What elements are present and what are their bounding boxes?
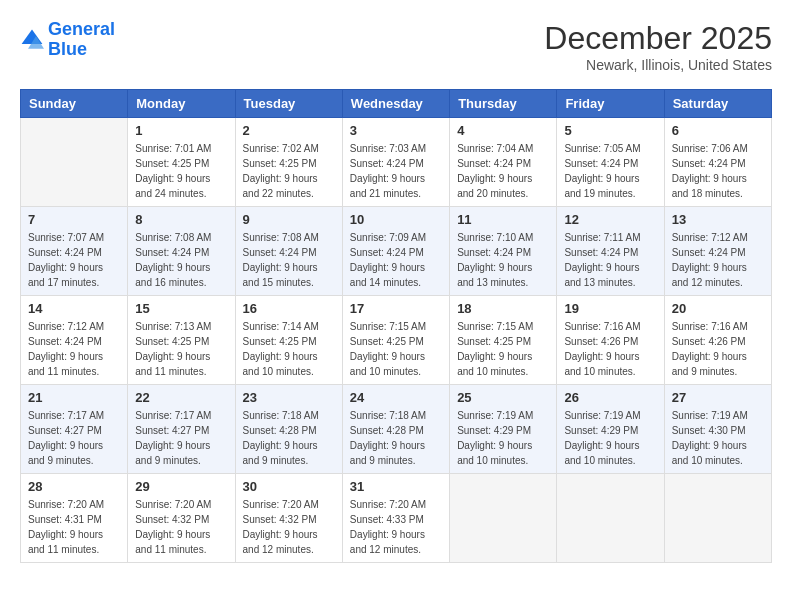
calendar-cell bbox=[557, 474, 664, 563]
day-number: 17 bbox=[350, 301, 442, 316]
calendar-cell: 31Sunrise: 7:20 AM Sunset: 4:33 PM Dayli… bbox=[342, 474, 449, 563]
header-wednesday: Wednesday bbox=[342, 90, 449, 118]
day-number: 5 bbox=[564, 123, 656, 138]
day-number: 15 bbox=[135, 301, 227, 316]
day-number: 18 bbox=[457, 301, 549, 316]
day-info: Sunrise: 7:09 AM Sunset: 4:24 PM Dayligh… bbox=[350, 230, 442, 290]
day-number: 26 bbox=[564, 390, 656, 405]
day-number: 2 bbox=[243, 123, 335, 138]
day-info: Sunrise: 7:19 AM Sunset: 4:29 PM Dayligh… bbox=[564, 408, 656, 468]
day-number: 27 bbox=[672, 390, 764, 405]
header-friday: Friday bbox=[557, 90, 664, 118]
day-info: Sunrise: 7:08 AM Sunset: 4:24 PM Dayligh… bbox=[243, 230, 335, 290]
day-number: 4 bbox=[457, 123, 549, 138]
day-info: Sunrise: 7:05 AM Sunset: 4:24 PM Dayligh… bbox=[564, 141, 656, 201]
day-info: Sunrise: 7:02 AM Sunset: 4:25 PM Dayligh… bbox=[243, 141, 335, 201]
calendar-cell: 14Sunrise: 7:12 AM Sunset: 4:24 PM Dayli… bbox=[21, 296, 128, 385]
header-tuesday: Tuesday bbox=[235, 90, 342, 118]
day-info: Sunrise: 7:01 AM Sunset: 4:25 PM Dayligh… bbox=[135, 141, 227, 201]
calendar-cell: 3Sunrise: 7:03 AM Sunset: 4:24 PM Daylig… bbox=[342, 118, 449, 207]
day-info: Sunrise: 7:08 AM Sunset: 4:24 PM Dayligh… bbox=[135, 230, 227, 290]
calendar-cell: 8Sunrise: 7:08 AM Sunset: 4:24 PM Daylig… bbox=[128, 207, 235, 296]
day-number: 19 bbox=[564, 301, 656, 316]
week-row-3: 21Sunrise: 7:17 AM Sunset: 4:27 PM Dayli… bbox=[21, 385, 772, 474]
calendar-cell: 7Sunrise: 7:07 AM Sunset: 4:24 PM Daylig… bbox=[21, 207, 128, 296]
day-number: 11 bbox=[457, 212, 549, 227]
day-number: 22 bbox=[135, 390, 227, 405]
day-info: Sunrise: 7:17 AM Sunset: 4:27 PM Dayligh… bbox=[28, 408, 120, 468]
day-info: Sunrise: 7:20 AM Sunset: 4:32 PM Dayligh… bbox=[135, 497, 227, 557]
logo-line2: Blue bbox=[48, 39, 87, 59]
day-info: Sunrise: 7:12 AM Sunset: 4:24 PM Dayligh… bbox=[672, 230, 764, 290]
day-number: 1 bbox=[135, 123, 227, 138]
day-number: 13 bbox=[672, 212, 764, 227]
calendar-cell: 4Sunrise: 7:04 AM Sunset: 4:24 PM Daylig… bbox=[450, 118, 557, 207]
week-row-2: 14Sunrise: 7:12 AM Sunset: 4:24 PM Dayli… bbox=[21, 296, 772, 385]
day-number: 28 bbox=[28, 479, 120, 494]
day-number: 16 bbox=[243, 301, 335, 316]
day-info: Sunrise: 7:14 AM Sunset: 4:25 PM Dayligh… bbox=[243, 319, 335, 379]
calendar-cell: 25Sunrise: 7:19 AM Sunset: 4:29 PM Dayli… bbox=[450, 385, 557, 474]
calendar-cell: 28Sunrise: 7:20 AM Sunset: 4:31 PM Dayli… bbox=[21, 474, 128, 563]
calendar-cell: 20Sunrise: 7:16 AM Sunset: 4:26 PM Dayli… bbox=[664, 296, 771, 385]
calendar-cell: 11Sunrise: 7:10 AM Sunset: 4:24 PM Dayli… bbox=[450, 207, 557, 296]
calendar-cell: 9Sunrise: 7:08 AM Sunset: 4:24 PM Daylig… bbox=[235, 207, 342, 296]
calendar-cell: 13Sunrise: 7:12 AM Sunset: 4:24 PM Dayli… bbox=[664, 207, 771, 296]
calendar-cell: 17Sunrise: 7:15 AM Sunset: 4:25 PM Dayli… bbox=[342, 296, 449, 385]
day-info: Sunrise: 7:19 AM Sunset: 4:29 PM Dayligh… bbox=[457, 408, 549, 468]
calendar-cell: 26Sunrise: 7:19 AM Sunset: 4:29 PM Dayli… bbox=[557, 385, 664, 474]
logo-icon bbox=[20, 28, 44, 52]
day-info: Sunrise: 7:17 AM Sunset: 4:27 PM Dayligh… bbox=[135, 408, 227, 468]
calendar-cell: 22Sunrise: 7:17 AM Sunset: 4:27 PM Dayli… bbox=[128, 385, 235, 474]
day-number: 21 bbox=[28, 390, 120, 405]
calendar-cell: 21Sunrise: 7:17 AM Sunset: 4:27 PM Dayli… bbox=[21, 385, 128, 474]
calendar-cell: 15Sunrise: 7:13 AM Sunset: 4:25 PM Dayli… bbox=[128, 296, 235, 385]
calendar-cell bbox=[21, 118, 128, 207]
day-info: Sunrise: 7:12 AM Sunset: 4:24 PM Dayligh… bbox=[28, 319, 120, 379]
day-number: 24 bbox=[350, 390, 442, 405]
calendar-cell: 10Sunrise: 7:09 AM Sunset: 4:24 PM Dayli… bbox=[342, 207, 449, 296]
day-number: 9 bbox=[243, 212, 335, 227]
week-row-1: 7Sunrise: 7:07 AM Sunset: 4:24 PM Daylig… bbox=[21, 207, 772, 296]
day-number: 29 bbox=[135, 479, 227, 494]
location-title: Newark, Illinois, United States bbox=[544, 57, 772, 73]
day-info: Sunrise: 7:04 AM Sunset: 4:24 PM Dayligh… bbox=[457, 141, 549, 201]
header-saturday: Saturday bbox=[664, 90, 771, 118]
calendar-cell bbox=[664, 474, 771, 563]
day-number: 3 bbox=[350, 123, 442, 138]
calendar-cell: 12Sunrise: 7:11 AM Sunset: 4:24 PM Dayli… bbox=[557, 207, 664, 296]
day-number: 23 bbox=[243, 390, 335, 405]
week-row-4: 28Sunrise: 7:20 AM Sunset: 4:31 PM Dayli… bbox=[21, 474, 772, 563]
day-info: Sunrise: 7:16 AM Sunset: 4:26 PM Dayligh… bbox=[564, 319, 656, 379]
day-number: 14 bbox=[28, 301, 120, 316]
calendar-cell: 24Sunrise: 7:18 AM Sunset: 4:28 PM Dayli… bbox=[342, 385, 449, 474]
day-info: Sunrise: 7:19 AM Sunset: 4:30 PM Dayligh… bbox=[672, 408, 764, 468]
logo-line1: General bbox=[48, 19, 115, 39]
calendar-cell: 1Sunrise: 7:01 AM Sunset: 4:25 PM Daylig… bbox=[128, 118, 235, 207]
page-header: General Blue December 2025 Newark, Illin… bbox=[20, 20, 772, 73]
day-number: 7 bbox=[28, 212, 120, 227]
day-info: Sunrise: 7:16 AM Sunset: 4:26 PM Dayligh… bbox=[672, 319, 764, 379]
day-info: Sunrise: 7:20 AM Sunset: 4:32 PM Dayligh… bbox=[243, 497, 335, 557]
calendar-cell: 16Sunrise: 7:14 AM Sunset: 4:25 PM Dayli… bbox=[235, 296, 342, 385]
calendar-cell: 23Sunrise: 7:18 AM Sunset: 4:28 PM Dayli… bbox=[235, 385, 342, 474]
title-area: December 2025 Newark, Illinois, United S… bbox=[544, 20, 772, 73]
month-title: December 2025 bbox=[544, 20, 772, 57]
day-info: Sunrise: 7:18 AM Sunset: 4:28 PM Dayligh… bbox=[350, 408, 442, 468]
calendar-cell: 5Sunrise: 7:05 AM Sunset: 4:24 PM Daylig… bbox=[557, 118, 664, 207]
day-info: Sunrise: 7:10 AM Sunset: 4:24 PM Dayligh… bbox=[457, 230, 549, 290]
day-info: Sunrise: 7:06 AM Sunset: 4:24 PM Dayligh… bbox=[672, 141, 764, 201]
calendar-cell bbox=[450, 474, 557, 563]
day-info: Sunrise: 7:13 AM Sunset: 4:25 PM Dayligh… bbox=[135, 319, 227, 379]
day-info: Sunrise: 7:15 AM Sunset: 4:25 PM Dayligh… bbox=[350, 319, 442, 379]
calendar-cell: 6Sunrise: 7:06 AM Sunset: 4:24 PM Daylig… bbox=[664, 118, 771, 207]
calendar-cell: 27Sunrise: 7:19 AM Sunset: 4:30 PM Dayli… bbox=[664, 385, 771, 474]
day-info: Sunrise: 7:20 AM Sunset: 4:33 PM Dayligh… bbox=[350, 497, 442, 557]
header-thursday: Thursday bbox=[450, 90, 557, 118]
day-number: 10 bbox=[350, 212, 442, 227]
week-row-0: 1Sunrise: 7:01 AM Sunset: 4:25 PM Daylig… bbox=[21, 118, 772, 207]
day-info: Sunrise: 7:07 AM Sunset: 4:24 PM Dayligh… bbox=[28, 230, 120, 290]
day-info: Sunrise: 7:18 AM Sunset: 4:28 PM Dayligh… bbox=[243, 408, 335, 468]
day-info: Sunrise: 7:03 AM Sunset: 4:24 PM Dayligh… bbox=[350, 141, 442, 201]
header-monday: Monday bbox=[128, 90, 235, 118]
